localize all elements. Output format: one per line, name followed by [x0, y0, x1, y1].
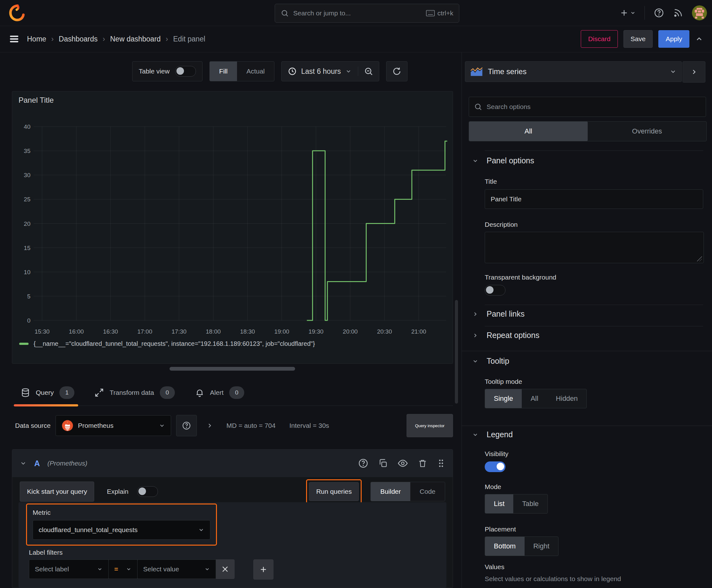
divider: [485, 326, 703, 327]
close-icon: [221, 565, 229, 573]
expand-stats-chevron[interactable]: [206, 422, 213, 429]
time-zoom-out-button[interactable]: [358, 67, 379, 76]
tooltip-single-option[interactable]: Single: [485, 389, 522, 408]
breadcrumb-home[interactable]: Home: [27, 35, 46, 43]
clock-icon: [288, 67, 297, 76]
tab-transform-data[interactable]: Transform data 0: [94, 379, 175, 405]
legend-list-option[interactable]: List: [485, 495, 513, 513]
collapse-options-button[interactable]: [683, 61, 706, 83]
description-textarea[interactable]: [485, 232, 704, 263]
chevron-down-icon[interactable]: [20, 460, 27, 467]
table-view-label: Table view: [139, 67, 170, 75]
actual-option[interactable]: Actual: [237, 62, 274, 81]
tooltip-all-option[interactable]: All: [522, 389, 547, 408]
fill-option[interactable]: Fill: [210, 62, 237, 81]
datasource-picker[interactable]: Prometheus: [56, 415, 171, 436]
chevron-down-icon: [345, 68, 352, 75]
transparent-background-label: Transparent background: [485, 274, 556, 281]
series-color-swatch[interactable]: [19, 343, 28, 345]
add-filter-button[interactable]: [253, 560, 274, 580]
tab-alert[interactable]: Alert 0: [195, 379, 244, 405]
duplicate-query-icon[interactable]: [378, 458, 388, 468]
tab-overrides[interactable]: Overrides: [588, 122, 706, 141]
svg-text:20: 20: [24, 220, 30, 227]
select-value-dropdown[interactable]: Select value: [137, 560, 216, 579]
query-builder-toolbar: Kick start your query Explain Run querie…: [12, 477, 453, 506]
options-filter-tabs: All Overrides: [469, 121, 707, 141]
select-value-placeholder: Select value: [143, 565, 179, 573]
options-search-box[interactable]: Search options: [469, 97, 706, 117]
repeat-options-header[interactable]: Repeat options: [472, 331, 539, 340]
chevron-right-icon: ›: [166, 35, 168, 43]
legend-visibility-toggle[interactable]: [485, 461, 505, 472]
chevron-down-icon: [630, 10, 636, 16]
hide-query-eye-icon[interactable]: [397, 458, 408, 469]
datasource-help-button[interactable]: [176, 415, 197, 436]
delete-query-trash-icon[interactable]: [417, 458, 428, 468]
chevron-down-icon: [126, 566, 132, 572]
chart-svg[interactable]: 051015202530354015:3016:0016:3017:0017:3…: [12, 91, 453, 339]
discard-button[interactable]: Discard: [581, 30, 618, 48]
legend-header[interactable]: Legend: [472, 430, 513, 439]
time-range-button[interactable]: Last 6 hours: [282, 67, 358, 76]
breadcrumb-dashboards[interactable]: Dashboards: [59, 35, 98, 43]
svg-text:16:30: 16:30: [103, 328, 118, 335]
menu-button[interactable]: [9, 34, 19, 44]
kick-start-button[interactable]: Kick start your query: [20, 482, 94, 502]
scrollbar-thumb[interactable]: [455, 300, 458, 404]
add-new-button[interactable]: [619, 8, 636, 18]
remove-filter-button[interactable]: [216, 560, 235, 579]
query-help-icon[interactable]: [358, 458, 369, 469]
grafana-logo-icon[interactable]: [8, 4, 26, 22]
run-queries-button[interactable]: Run queries: [309, 482, 359, 501]
svg-text:40: 40: [24, 123, 30, 130]
news-button[interactable]: [673, 8, 683, 18]
explain-toggle[interactable]: [137, 486, 158, 497]
table-view-toggle[interactable]: [175, 66, 196, 77]
drag-handle-grip-icon[interactable]: [437, 458, 445, 468]
tab-query-count: 1: [59, 386, 74, 399]
tab-all[interactable]: All: [469, 122, 588, 141]
series-legend-label[interactable]: {__name__="cloudflared_tunnel_total_requ…: [34, 340, 315, 348]
collapse-header-button[interactable]: [695, 35, 703, 43]
tooltip-header[interactable]: Tooltip: [472, 357, 509, 365]
transparent-background-toggle[interactable]: [485, 285, 505, 296]
panel-links-header[interactable]: Panel links: [472, 309, 524, 318]
operator-dropdown[interactable]: =: [109, 560, 137, 579]
datasource-row: Data source Prometheus: [12, 412, 453, 439]
legend-right-option[interactable]: Right: [524, 537, 558, 555]
chevron-right-icon: ›: [51, 35, 54, 43]
tab-query[interactable]: Query 1: [21, 379, 74, 405]
query-inspector-button[interactable]: Query inspector: [407, 414, 453, 437]
tooltip-hidden-option[interactable]: Hidden: [547, 389, 587, 408]
user-avatar[interactable]: [692, 5, 707, 20]
panel-title-input[interactable]: Panel Title: [485, 189, 703, 209]
pane-resize-handle[interactable]: [170, 367, 295, 371]
legend-bottom-option[interactable]: Bottom: [485, 537, 524, 555]
rss-icon: [673, 8, 683, 18]
chevron-down-icon: [204, 566, 210, 572]
resize-grip-icon[interactable]: [697, 256, 702, 261]
apply-button[interactable]: Apply: [658, 30, 689, 48]
search-box[interactable]: Search or jump to... ctrl+k: [275, 4, 459, 23]
visualization-name: Time series: [488, 67, 526, 76]
save-button[interactable]: Save: [624, 30, 653, 48]
metric-select[interactable]: cloudflared_tunnel_total_requests: [33, 520, 210, 540]
prometheus-icon: [62, 420, 73, 432]
code-mode-option[interactable]: Code: [410, 482, 445, 501]
breadcrumb-new-dashboard[interactable]: New dashboard: [110, 35, 161, 43]
svg-text:20:30: 20:30: [377, 328, 392, 335]
refresh-button[interactable]: [386, 61, 408, 81]
legend-table-option[interactable]: Table: [513, 495, 547, 513]
panel-options-header[interactable]: Panel options: [472, 156, 534, 165]
editor-mode-segment: Builder Code: [370, 482, 445, 501]
visualization-picker[interactable]: Time series: [465, 61, 682, 82]
select-label-dropdown[interactable]: Select label: [29, 560, 109, 579]
keyboard-icon: [426, 10, 435, 17]
legend-placement-label: Placement: [485, 525, 516, 533]
builder-mode-option[interactable]: Builder: [371, 482, 410, 501]
chevron-up-icon: [695, 35, 703, 43]
query-row-header[interactable]: A (Prometheus): [12, 449, 453, 477]
select-label-placeholder: Select label: [35, 565, 69, 573]
help-button[interactable]: [654, 7, 664, 18]
